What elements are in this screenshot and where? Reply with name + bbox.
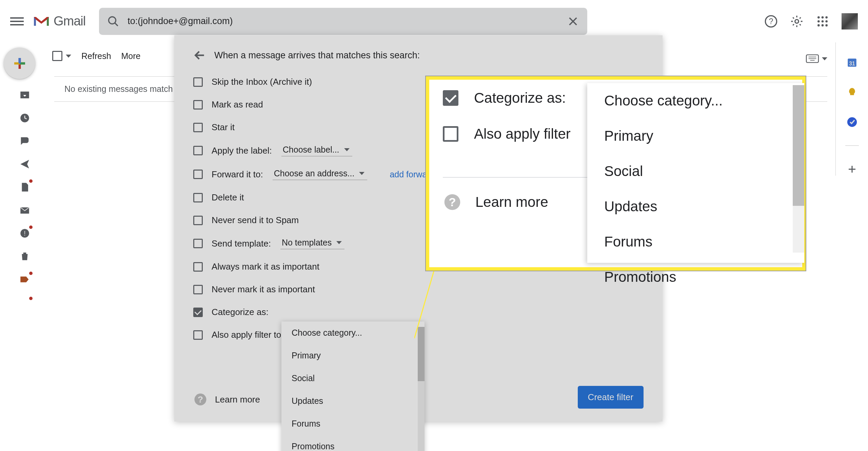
svg-point-15 xyxy=(825,24,828,26)
drafts-icon[interactable] xyxy=(19,181,31,193)
never-spam-label: Never send it to Spam xyxy=(212,215,299,225)
support-icon[interactable]: ? xyxy=(764,15,778,28)
forward-checkbox[interactable] xyxy=(193,170,203,179)
input-method-indicator[interactable] xyxy=(806,54,827,63)
search-icon[interactable] xyxy=(107,15,119,27)
gmail-logo[interactable]: Gmail xyxy=(33,14,85,28)
tasks-icon[interactable] xyxy=(846,116,859,129)
send-template-checkbox[interactable] xyxy=(193,239,203,248)
send-template-label: Send template: xyxy=(212,238,271,249)
always-important-label: Always mark it as important xyxy=(212,261,319,272)
star-checkbox[interactable] xyxy=(193,123,203,132)
svg-line-1 xyxy=(115,23,118,26)
categories-icon[interactable] xyxy=(19,274,31,285)
zoom-callout: Categorize as: Also apply filter ? Learn… xyxy=(426,76,806,271)
menu-icon[interactable] xyxy=(10,15,24,28)
google-apps-icon[interactable] xyxy=(816,15,829,28)
svg-point-6 xyxy=(795,19,799,23)
keep-icon[interactable] xyxy=(846,86,859,99)
categorize-checkbox[interactable] xyxy=(193,308,203,317)
dropdown-scrollbar[interactable] xyxy=(418,327,425,451)
always-important-checkbox[interactable] xyxy=(193,262,203,272)
chat-icon[interactable] xyxy=(19,135,31,147)
mail-toolbar: Refresh More xyxy=(52,51,141,61)
select-dropdown-icon[interactable] xyxy=(66,55,71,58)
dropdown-item-promotions[interactable]: Promotions xyxy=(281,435,425,451)
create-filter-button[interactable]: Create filter xyxy=(578,386,644,409)
zoom-help-icon: ? xyxy=(443,193,462,212)
zoom-categorize-checkbox[interactable] xyxy=(443,90,458,106)
svg-point-13 xyxy=(817,24,820,26)
zoom-scrollbar[interactable] xyxy=(793,85,804,253)
calendar-icon[interactable]: 31 xyxy=(846,56,859,69)
trash-icon[interactable] xyxy=(19,251,31,262)
skip-inbox-checkbox[interactable] xyxy=(193,77,203,87)
zoom-item-choose[interactable]: Choose category... xyxy=(587,83,804,118)
never-spam-checkbox[interactable] xyxy=(193,216,203,225)
zoom-category-dropdown[interactable]: Choose category... Primary Social Update… xyxy=(587,83,804,263)
gmail-text: Gmail xyxy=(54,14,85,28)
inbox-icon[interactable] xyxy=(19,89,31,101)
help-circle-icon: ? xyxy=(193,392,208,407)
apply-label-text: Apply the label: xyxy=(212,145,272,156)
dropdown-item-primary[interactable]: Primary xyxy=(281,344,425,367)
zoom-also-apply-label: Also apply filter xyxy=(474,126,571,142)
dropdown-item-social[interactable]: Social xyxy=(281,367,425,390)
apply-label-checkbox[interactable] xyxy=(193,146,203,155)
dropdown-item-updates[interactable]: Updates xyxy=(281,390,425,412)
zoom-item-social[interactable]: Social xyxy=(587,154,804,189)
apply-label-select[interactable]: Choose label... xyxy=(281,145,352,156)
mark-read-checkbox[interactable] xyxy=(193,100,203,110)
compose-button[interactable] xyxy=(4,47,35,79)
svg-point-10 xyxy=(817,20,820,22)
forward-select[interactable]: Choose an address... xyxy=(273,169,368,180)
svg-point-12 xyxy=(825,20,828,22)
back-arrow-icon[interactable] xyxy=(193,49,206,62)
settings-gear-icon[interactable] xyxy=(790,15,804,28)
search-input[interactable] xyxy=(127,16,567,26)
also-apply-checkbox[interactable] xyxy=(193,330,203,340)
clear-search-icon[interactable] xyxy=(567,15,579,27)
svg-point-0 xyxy=(109,17,116,24)
learn-more-link[interactable]: Learn more xyxy=(215,394,260,405)
zoom-also-apply-checkbox[interactable] xyxy=(443,126,458,142)
never-important-checkbox[interactable] xyxy=(193,285,203,294)
delete-checkbox[interactable] xyxy=(193,193,203,202)
select-all-checkbox[interactable] xyxy=(52,51,62,61)
svg-text:31: 31 xyxy=(849,61,855,66)
search-bar[interactable] xyxy=(99,8,587,35)
zoom-item-primary[interactable]: Primary xyxy=(587,118,804,154)
snoozed-icon[interactable] xyxy=(19,112,31,124)
gmail-m-icon xyxy=(33,15,50,28)
never-important-label: Never mark it as important xyxy=(212,284,315,295)
zoom-item-updates[interactable]: Updates xyxy=(587,189,804,224)
zoom-item-forums[interactable]: Forums xyxy=(587,224,804,259)
send-template-select[interactable]: No templates xyxy=(280,238,344,249)
more-icon[interactable] xyxy=(19,297,31,303)
svg-text:?: ? xyxy=(769,17,773,26)
sent-icon[interactable] xyxy=(19,158,31,170)
filter-popup-title: When a message arrives that matches this… xyxy=(214,50,420,61)
svg-point-7 xyxy=(817,16,820,19)
header-right: ? xyxy=(764,13,858,30)
add-addon-icon[interactable] xyxy=(846,163,859,176)
zoom-item-promotions[interactable]: Promotions xyxy=(587,259,804,295)
svg-point-11 xyxy=(822,20,824,22)
refresh-button[interactable]: Refresh xyxy=(81,51,111,61)
svg-point-14 xyxy=(822,24,824,26)
spam-icon[interactable]: ! xyxy=(19,228,31,239)
svg-text:!: ! xyxy=(24,230,26,237)
star-label: Star it xyxy=(212,122,235,133)
zoom-categorize-label: Categorize as: xyxy=(474,90,566,106)
category-dropdown[interactable]: Choose category... Primary Social Update… xyxy=(281,321,425,451)
dropdown-item-forums[interactable]: Forums xyxy=(281,412,425,435)
all-mail-icon[interactable] xyxy=(19,204,31,216)
side-panel: 31 xyxy=(835,42,868,176)
svg-text:?: ? xyxy=(449,195,456,209)
more-button[interactable]: More xyxy=(121,51,141,61)
zoom-learn-more-link[interactable]: Learn more xyxy=(475,194,548,210)
dropdown-item-choose[interactable]: Choose category... xyxy=(281,321,425,344)
account-avatar[interactable] xyxy=(842,13,858,30)
mark-read-label: Mark as read xyxy=(212,99,263,110)
categorize-label: Categorize as: xyxy=(212,307,269,317)
